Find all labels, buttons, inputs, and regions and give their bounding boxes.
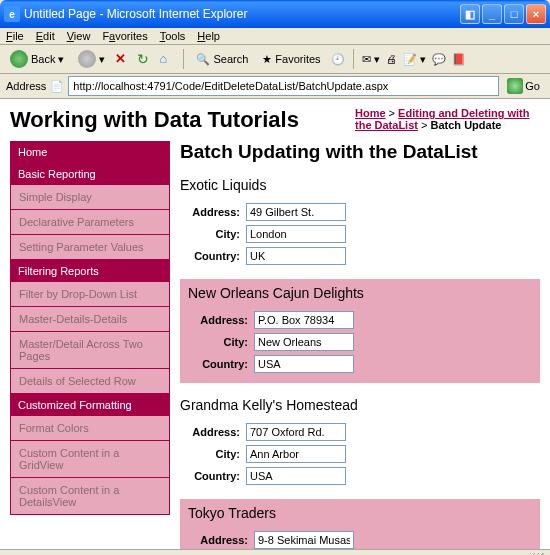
menu-file[interactable]: File	[6, 30, 24, 42]
nav-item[interactable]: Master-Details-Details	[10, 307, 170, 332]
nav-header[interactable]: Home	[10, 141, 170, 163]
menu-favorites[interactable]: Favorites	[102, 30, 147, 42]
supplier-name: Tokyo Traders	[188, 505, 532, 521]
menu-bar: File Edit View Favorites Tools Help	[0, 28, 550, 45]
maximize-button[interactable]: □	[504, 4, 524, 24]
nav-item[interactable]: Filter by Drop-Down List	[10, 282, 170, 307]
nav-item[interactable]: Format Colors	[10, 416, 170, 441]
edit-button[interactable]: 📝 ▾	[403, 53, 426, 66]
country-input[interactable]	[246, 247, 346, 265]
field-label: Address:	[188, 534, 248, 546]
refresh-button[interactable]: ↻	[137, 51, 153, 67]
back-icon	[10, 50, 28, 68]
ie-icon: e	[4, 6, 20, 22]
stop-button[interactable]: ✕	[115, 51, 131, 67]
favorites-button[interactable]: ★ Favorites	[258, 51, 324, 68]
main-content: Batch Updating with the DataList Exotic …	[180, 141, 540, 549]
country-input[interactable]	[254, 355, 354, 373]
menu-tools[interactable]: Tools	[160, 30, 186, 42]
field-row: Country:	[180, 467, 540, 485]
supplier-block: Exotic LiquidsAddress:City:Country:	[180, 177, 540, 265]
supplier-name: Exotic Liquids	[180, 177, 540, 193]
separator	[183, 49, 184, 69]
field-label: City:	[180, 228, 240, 240]
breadcrumb-current: Batch Update	[431, 119, 502, 131]
city-input[interactable]	[246, 445, 346, 463]
city-input[interactable]	[254, 333, 354, 351]
field-row: City:	[188, 333, 532, 351]
toolbar: Back ▾ ▾ ✕ ↻ ⌂ 🔍 Search ★ Favorites 🕘 ✉ …	[0, 45, 550, 74]
main-heading: Batch Updating with the DataList	[180, 141, 540, 163]
address-input[interactable]	[68, 76, 499, 96]
supplier-block: Tokyo TradersAddress:City:Country:	[180, 499, 540, 549]
field-label: City:	[180, 448, 240, 460]
field-row: Country:	[188, 355, 532, 373]
menu-view[interactable]: View	[67, 30, 91, 42]
print-button[interactable]: 🖨	[386, 53, 397, 65]
nav-header[interactable]: Customized Formatting	[10, 394, 170, 416]
separator	[353, 49, 354, 69]
supplier-name: Grandma Kelly's Homestead	[180, 397, 540, 413]
menu-help[interactable]: Help	[197, 30, 220, 42]
minimize-button[interactable]: _	[482, 4, 502, 24]
nav-header[interactable]: Filtering Reports	[10, 260, 170, 282]
history-button[interactable]: 🕘	[331, 53, 345, 66]
window-titlebar: e Untitled Page - Microsoft Internet Exp…	[0, 0, 550, 28]
page-icon: 📄	[50, 80, 64, 93]
supplier-block: Grandma Kelly's HomesteadAddress:City:Co…	[180, 397, 540, 485]
window-extra-button[interactable]: ◧	[460, 4, 480, 24]
field-label: Address:	[180, 206, 240, 218]
field-row: Address:	[180, 423, 540, 441]
country-input[interactable]	[246, 467, 346, 485]
field-row: City:	[180, 445, 540, 463]
address-input[interactable]	[254, 531, 354, 549]
nav-item[interactable]: Master/Detail Across Two Pages	[10, 332, 170, 369]
address-input[interactable]	[246, 203, 346, 221]
mail-button[interactable]: ✉ ▾	[362, 53, 380, 66]
forward-icon	[78, 50, 96, 68]
research-button[interactable]: 📕	[452, 53, 466, 66]
field-row: Address:	[188, 311, 532, 329]
close-button[interactable]: ×	[526, 4, 546, 24]
field-row: Address:	[188, 531, 532, 549]
supplier-block: New Orleans Cajun DelightsAddress:City:C…	[180, 279, 540, 383]
field-label: Country:	[180, 250, 240, 262]
breadcrumb: Home > Editing and Deleting with the Dat…	[355, 107, 540, 131]
field-label: Country:	[188, 358, 248, 370]
status-bar: Done 🖥 Local intranet	[0, 549, 550, 555]
field-label: Address:	[180, 426, 240, 438]
discuss-button[interactable]: 💬	[432, 53, 446, 66]
home-button[interactable]: ⌂	[159, 51, 175, 67]
go-button[interactable]: Go	[503, 77, 544, 95]
nav-item[interactable]: Declarative Parameters	[10, 210, 170, 235]
address-label: Address	[6, 80, 46, 92]
back-button[interactable]: Back ▾	[6, 48, 68, 70]
field-label: Address:	[188, 314, 248, 326]
nav-header[interactable]: Basic Reporting	[10, 163, 170, 185]
address-input[interactable]	[246, 423, 346, 441]
search-button[interactable]: 🔍 Search	[192, 51, 252, 68]
nav-item[interactable]: Custom Content in a DetailsView	[10, 478, 170, 515]
address-input[interactable]	[254, 311, 354, 329]
content-area: Home > Editing and Deleting with the Dat…	[0, 99, 550, 549]
field-label: City:	[188, 336, 248, 348]
nav-item[interactable]: Custom Content in a GridView	[10, 441, 170, 478]
go-icon	[507, 78, 523, 94]
field-row: Address:	[180, 203, 540, 221]
nav-item[interactable]: Setting Parameter Values	[10, 235, 170, 260]
address-bar: Address 📄 Go	[0, 74, 550, 99]
nav-item[interactable]: Details of Selected Row	[10, 369, 170, 394]
menu-edit[interactable]: Edit	[36, 30, 55, 42]
field-label: Country:	[180, 470, 240, 482]
field-row: City:	[180, 225, 540, 243]
window-title: Untitled Page - Microsoft Internet Explo…	[24, 7, 460, 21]
sidebar: HomeBasic ReportingSimple DisplayDeclara…	[10, 141, 170, 549]
breadcrumb-home[interactable]: Home	[355, 107, 386, 119]
city-input[interactable]	[246, 225, 346, 243]
field-row: Country:	[180, 247, 540, 265]
supplier-name: New Orleans Cajun Delights	[188, 285, 532, 301]
forward-button: ▾	[74, 48, 109, 70]
nav-item[interactable]: Simple Display	[10, 185, 170, 210]
